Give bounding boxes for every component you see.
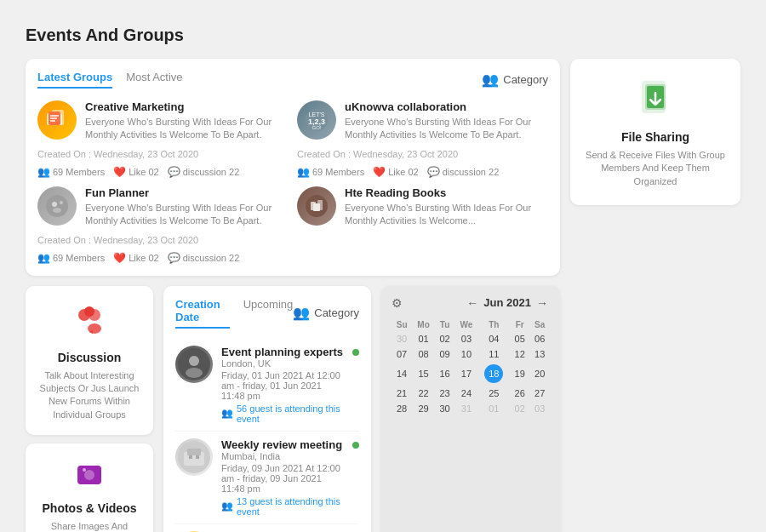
file-sharing-title: File Sharing bbox=[582, 130, 729, 144]
svg-point-10 bbox=[46, 195, 68, 217]
cal-day-2-0[interactable]: 14 bbox=[392, 362, 412, 386]
cal-dow-su: Su bbox=[392, 318, 412, 331]
bottom-row: Discussion Talk About Interesting Subjec… bbox=[26, 286, 560, 532]
cal-day-4-1[interactable]: 29 bbox=[412, 401, 435, 416]
events-category-label: Category bbox=[314, 306, 359, 319]
svg-point-24 bbox=[84, 470, 94, 480]
svg-text:GO!: GO! bbox=[312, 125, 321, 130]
group-header-4: Hte Reading Books Everyone Who's Burstin… bbox=[297, 186, 548, 228]
cal-dow-mo: Mo bbox=[412, 318, 435, 331]
group-desc-2: Everyone Who's Bursting With Ideas For O… bbox=[345, 116, 548, 142]
tab-creation-date[interactable]: Creation Date bbox=[175, 298, 230, 329]
tab-upcoming[interactable]: Upcoming bbox=[243, 298, 294, 329]
group-info-3: Fun Planner Everyone Who's Bursting With… bbox=[85, 186, 289, 228]
event-item-1[interactable]: Event planning experts London, UK Friday… bbox=[175, 339, 359, 432]
cal-day-3-1[interactable]: 22 bbox=[412, 386, 435, 401]
event-item-2[interactable]: Weekly review meeting Mumbai, India Frid… bbox=[175, 432, 359, 524]
cal-day-1-5[interactable]: 12 bbox=[510, 346, 529, 362]
group-desc-4: Everyone Who's Bursting With Ideas For O… bbox=[345, 202, 548, 228]
event-info-1: Event planning experts London, UK Friday… bbox=[221, 346, 344, 424]
cal-day-4-4[interactable]: 01 bbox=[477, 401, 510, 416]
group-avatar-1 bbox=[37, 100, 77, 140]
likes-stat-1: ❤️ Like 02 bbox=[113, 166, 158, 178]
groups-grid: Creative Marketing Everyone Who's Bursti… bbox=[37, 100, 548, 264]
cal-day-3-2[interactable]: 23 bbox=[435, 386, 454, 401]
likes-stat-3: ❤️ Like 02 bbox=[113, 252, 158, 264]
left-column: Latest Groups Most Active 👥 Category bbox=[26, 59, 560, 532]
cal-day-3-6[interactable]: 27 bbox=[529, 386, 550, 401]
event-time-2: Friday, 09 Jun 2021 At 12:00 am - friday… bbox=[221, 463, 344, 494]
members-icon-1: 👥 bbox=[37, 166, 50, 178]
cal-day-4-5[interactable]: 02 bbox=[510, 401, 529, 416]
cal-day-0-0[interactable]: 30 bbox=[392, 331, 412, 346]
cal-day-4-0[interactable]: 28 bbox=[392, 401, 412, 416]
event-location-1: London, UK bbox=[221, 358, 344, 369]
event-item-3[interactable]: 🧩 Puzzle Day Mumbai, India Friday, 09 Ju… bbox=[175, 524, 359, 532]
cal-day-1-0[interactable]: 07 bbox=[392, 346, 412, 362]
cal-day-2-2[interactable]: 16 bbox=[435, 362, 454, 386]
cal-day-1-1[interactable]: 08 bbox=[412, 346, 435, 362]
group-name-1: Creative Marketing bbox=[85, 100, 289, 113]
calendar-month-label: Jun 2021 bbox=[483, 296, 531, 309]
cal-day-1-3[interactable]: 10 bbox=[454, 346, 477, 362]
cal-day-2-4[interactable]: 18 bbox=[477, 362, 510, 386]
event-status-1 bbox=[352, 349, 359, 356]
cal-day-2-6[interactable]: 20 bbox=[529, 362, 550, 386]
cal-day-0-6[interactable]: 06 bbox=[529, 331, 550, 346]
events-category-button[interactable]: 👥 Category bbox=[293, 305, 359, 321]
file-sharing-desc: Send & Receive Files With Group Members … bbox=[582, 149, 729, 188]
cal-day-2-1[interactable]: 15 bbox=[412, 362, 435, 386]
guests-icon-2: 👥 bbox=[221, 501, 233, 512]
cal-day-0-4[interactable]: 04 bbox=[477, 331, 510, 346]
comment-icon-1: 💬 bbox=[168, 166, 180, 178]
page-title: Events And Groups bbox=[26, 26, 740, 45]
group-info-1: Creative Marketing Everyone Who's Bursti… bbox=[85, 100, 289, 142]
group-avatar-4 bbox=[297, 186, 336, 226]
cal-day-3-0[interactable]: 21 bbox=[392, 386, 412, 401]
cal-day-1-4[interactable]: 11 bbox=[477, 346, 510, 362]
event-location-2: Mumbai, India bbox=[221, 451, 344, 461]
cal-day-4-2[interactable]: 30 bbox=[435, 401, 454, 416]
tab-latest-groups[interactable]: Latest Groups bbox=[37, 71, 112, 89]
group-card-2[interactable]: 1,2,3 LET'S GO! uKnowva collaboration Ev… bbox=[297, 100, 548, 178]
group-date-3: Created On : Wednesday, 23 Oct 2020 bbox=[37, 235, 289, 245]
tab-most-active[interactable]: Most Active bbox=[126, 71, 182, 89]
photos-desc: Share Images And Memories With Your Clan… bbox=[39, 520, 140, 532]
group-desc-1: Everyone Who's Bursting With Ideas For O… bbox=[85, 116, 289, 142]
cal-day-1-2[interactable]: 09 bbox=[435, 346, 454, 362]
cal-day-2-3[interactable]: 17 bbox=[454, 362, 477, 386]
group-card-4[interactable]: Hte Reading Books Everyone Who's Burstin… bbox=[297, 186, 548, 264]
cal-day-0-2[interactable]: 02 bbox=[435, 331, 454, 346]
groups-category-button[interactable]: 👥 Category bbox=[482, 72, 548, 88]
group-date-2: Created On : Wednesday, 23 Oct 2020 bbox=[297, 149, 548, 159]
group-card-3[interactable]: Fun Planner Everyone Who's Bursting With… bbox=[37, 186, 289, 264]
group-header-3: Fun Planner Everyone Who's Bursting With… bbox=[37, 186, 289, 228]
discussion-desc: Talk About Interesting Subjects Or Jus L… bbox=[39, 369, 140, 422]
svg-rect-17 bbox=[313, 203, 320, 211]
cal-day-1-6[interactable]: 13 bbox=[529, 346, 550, 362]
group-card-1[interactable]: Creative Marketing Everyone Who's Bursti… bbox=[37, 100, 289, 178]
cal-day-3-5[interactable]: 26 bbox=[510, 386, 529, 401]
cal-day-3-4[interactable]: 25 bbox=[477, 386, 510, 401]
svg-rect-33 bbox=[196, 455, 199, 459]
cal-day-2-5[interactable]: 19 bbox=[510, 362, 529, 386]
group-date-1: Created On : Wednesday, 23 Oct 2020 bbox=[37, 149, 289, 159]
events-category-icon: 👥 bbox=[293, 305, 310, 321]
calendar-prev-button[interactable]: ← bbox=[465, 296, 480, 310]
photos-title: Photos & Videos bbox=[39, 501, 140, 515]
members-icon-2: 👥 bbox=[297, 166, 310, 178]
cal-day-0-1[interactable]: 01 bbox=[412, 331, 435, 346]
group-desc-3: Everyone Who's Bursting With Ideas For O… bbox=[85, 202, 289, 228]
cal-day-4-3[interactable]: 31 bbox=[454, 401, 477, 416]
cal-dow-tu: Tu bbox=[435, 318, 454, 331]
cal-day-0-3[interactable]: 03 bbox=[454, 331, 477, 346]
group-stats-1: 👥 69 Members ❤️ Like 02 💬 discussion 22 bbox=[37, 166, 289, 178]
cal-day-3-3[interactable]: 24 bbox=[454, 386, 477, 401]
event-guests-1: 👥 56 guest is attending this event bbox=[221, 403, 344, 424]
group-name-4: Hte Reading Books bbox=[345, 186, 548, 199]
cal-day-0-5[interactable]: 05 bbox=[510, 331, 529, 346]
cal-dow-fr: Fr bbox=[510, 318, 529, 331]
cal-day-4-6[interactable]: 03 bbox=[529, 401, 550, 416]
group-stats-2: 👥 69 Members ❤️ Like 02 💬 discussion 22 bbox=[297, 166, 548, 178]
calendar-next-button[interactable]: → bbox=[534, 296, 550, 310]
